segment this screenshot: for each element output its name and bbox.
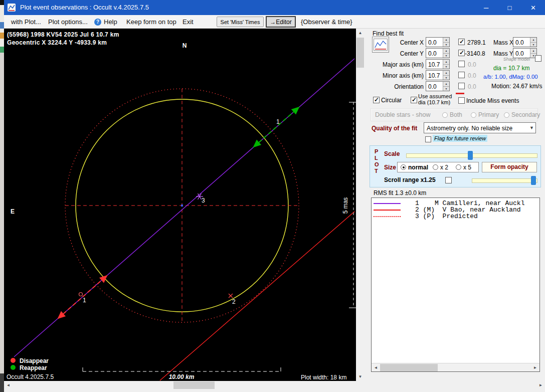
major-axis-input[interactable]: 10.7 ▲ ▼ xyxy=(426,59,450,69)
shape-model-label: Shape model xyxy=(503,57,530,62)
menubar: with Plot... Plot options... ? Help Keep… xyxy=(4,15,545,29)
orientation-value: 0.0 xyxy=(428,83,437,90)
find-best-fit-button[interactable] xyxy=(372,37,389,53)
scroll-range-checkbox[interactable] xyxy=(445,177,452,183)
rms-fit-label: RMS fit 1.3 ±0.0 km xyxy=(374,189,426,197)
spinner-up-icon[interactable]: ▲ xyxy=(530,49,536,53)
scroll-range-slider[interactable] xyxy=(472,178,537,183)
scroll-up-icon[interactable]: ▲ xyxy=(356,29,365,37)
menu-with-plot[interactable]: with Plot... xyxy=(11,18,41,26)
center-y-offset: -3140.8 xyxy=(465,50,485,57)
scroll-left-icon[interactable]: ◄ xyxy=(4,381,13,389)
spinner-down-icon[interactable]: ▼ xyxy=(443,86,449,91)
spinner-up-icon[interactable]: ▲ xyxy=(443,71,449,75)
scale-slider-thumb[interactable] xyxy=(468,151,473,160)
double-stars-secondary-radio[interactable] xyxy=(504,112,509,118)
chord-listbox[interactable]: 1 M Camilleri, near Auckl 2 (M) V Bao, n… xyxy=(371,198,540,372)
east-label: E xyxy=(11,208,15,215)
spinner-down-icon[interactable]: ▼ xyxy=(443,53,449,58)
major-axis-alt-value: 0.0 xyxy=(468,61,476,68)
spinner-down-icon[interactable]: ▼ xyxy=(443,42,449,47)
shape-model-checkbox[interactable] xyxy=(535,55,541,62)
close-button[interactable]: ✕ xyxy=(521,0,545,15)
menu-exit[interactable]: Exit xyxy=(183,18,194,26)
minor-axis-checkbox[interactable] xyxy=(458,72,465,78)
scroll-right-icon[interactable]: ► xyxy=(531,363,539,372)
size-normal-radio[interactable] xyxy=(401,164,406,170)
double-stars-label: Double stars - show xyxy=(375,111,430,118)
center-x-input[interactable]: 0.0 ▲ ▼ xyxy=(426,37,450,47)
chord-row-2[interactable]: 2 (M) V Bao, near Auckland xyxy=(373,206,538,213)
menu-plot-options[interactable]: Plot options... xyxy=(48,18,88,26)
edge-segment xyxy=(0,39,4,47)
include-miss-events-checkbox[interactable] xyxy=(458,97,465,104)
spinner-up-icon[interactable]: ▲ xyxy=(443,60,449,64)
minimize-button[interactable]: ─ xyxy=(474,0,498,15)
maximize-button[interactable]: □ xyxy=(498,0,521,15)
plot-letter: O xyxy=(375,161,379,167)
scroll-left-icon[interactable]: ◄ xyxy=(372,363,380,372)
plot-header-line1: (55968) 1998 KV54 2025 Jul 6 10.7 km xyxy=(7,31,119,38)
circular-checkbox[interactable] xyxy=(373,97,380,103)
spinner-down-icon[interactable]: ▼ xyxy=(443,75,449,80)
plot-letter: T xyxy=(375,168,378,174)
double-stars-both-label: Both xyxy=(450,111,462,118)
edge-segment xyxy=(0,33,4,39)
vertical-scroll-thumb[interactable] xyxy=(356,38,364,68)
double-stars-primary-radio[interactable] xyxy=(471,112,476,118)
center-x-checkbox[interactable] xyxy=(458,39,465,45)
double-stars-both-radio[interactable] xyxy=(442,112,448,118)
minor-axis-input[interactable]: 10.7 ▲ ▼ xyxy=(426,70,450,80)
chord-row-1[interactable]: 1 M Camilleri, near Auckl xyxy=(373,200,538,206)
maximize-icon: □ xyxy=(508,4,512,12)
use-assumed-dia-checkbox[interactable] xyxy=(411,97,417,103)
plot-horizontal-scrollbar[interactable]: ◄ ► xyxy=(4,381,545,389)
help-icon[interactable]: ? xyxy=(94,19,101,26)
size-x2-radio[interactable] xyxy=(433,164,438,170)
dropdown-icon[interactable]: ▼ xyxy=(529,125,534,130)
plot-canvas[interactable]: (55968) 1998 KV54 2025 Jul 6 10.7 km Geo… xyxy=(4,29,356,381)
chord-line-sample xyxy=(374,210,401,211)
scroll-range-slider-thumb[interactable] xyxy=(531,176,536,185)
edge-segment xyxy=(0,0,4,5)
spinner-down-icon[interactable]: ▼ xyxy=(530,42,536,47)
observer-time-label: {Observer & time} xyxy=(301,18,352,26)
window-controls: ─ □ ✕ xyxy=(474,0,545,15)
center-y-input[interactable]: 0.0 ▲ ▼ xyxy=(426,48,450,58)
mass-x-value: 0.0 xyxy=(515,39,524,46)
flag-review-checkbox[interactable] xyxy=(425,136,431,142)
chord-label: 3 (P) Predicted xyxy=(415,213,478,220)
orientation-checkbox[interactable] xyxy=(458,83,465,89)
mass-x-input[interactable]: 0.0 ▲ ▼ xyxy=(513,37,537,47)
scroll-down-icon[interactable]: ▼ xyxy=(356,372,365,381)
center-y-checkbox[interactable] xyxy=(458,50,465,56)
size-label: Size xyxy=(384,164,396,171)
center-marker xyxy=(181,205,183,207)
quality-of-fit-select[interactable]: Astrometry only. No reliable size ▼ xyxy=(424,122,536,133)
fit-panel: Find best fit Center X 0.0 ▲ ▼ 2789.1 Ma… xyxy=(365,29,545,381)
menu-keep-form-on-top[interactable]: Keep form on top xyxy=(126,18,176,26)
spinner-down-icon[interactable]: ▼ xyxy=(443,64,449,69)
size-x5-radio[interactable] xyxy=(456,164,461,170)
spinner-up-icon[interactable]: ▲ xyxy=(443,49,449,53)
menu-help[interactable]: Help xyxy=(104,18,117,26)
app-icon xyxy=(8,4,16,12)
chordlist-horizontal-scrollbar[interactable]: ◄ ► xyxy=(372,363,539,371)
horizontal-scroll-thumb[interactable] xyxy=(173,381,215,389)
set-miss-times-button[interactable]: Set 'Miss' Times xyxy=(217,17,264,27)
spinner-up-icon[interactable]: ▲ xyxy=(443,38,449,42)
chord-row-3[interactable]: 3 (P) Predicted xyxy=(373,213,538,219)
editor-button[interactable]: →Editor xyxy=(266,16,296,28)
double-stars-group: Double stars - show Both Primary Seconda… xyxy=(371,108,538,121)
scroll-right-icon[interactable]: ► xyxy=(536,381,545,389)
plot-vertical-scrollbar[interactable]: ▲ ▼ xyxy=(356,29,365,381)
form-opacity-button[interactable]: Form opacity xyxy=(482,162,537,172)
spinner-up-icon[interactable]: ▲ xyxy=(443,82,449,86)
edge-segment xyxy=(0,22,4,29)
spinner-up-icon[interactable]: ▲ xyxy=(530,38,536,42)
chordlist-scroll-thumb[interactable] xyxy=(380,364,438,371)
marker-3: 3 xyxy=(202,197,205,204)
major-axis-checkbox[interactable] xyxy=(458,61,465,67)
find-best-fit-label: Find best fit xyxy=(373,30,404,37)
orientation-input[interactable]: 0.0 ▲ ▼ xyxy=(426,81,450,91)
